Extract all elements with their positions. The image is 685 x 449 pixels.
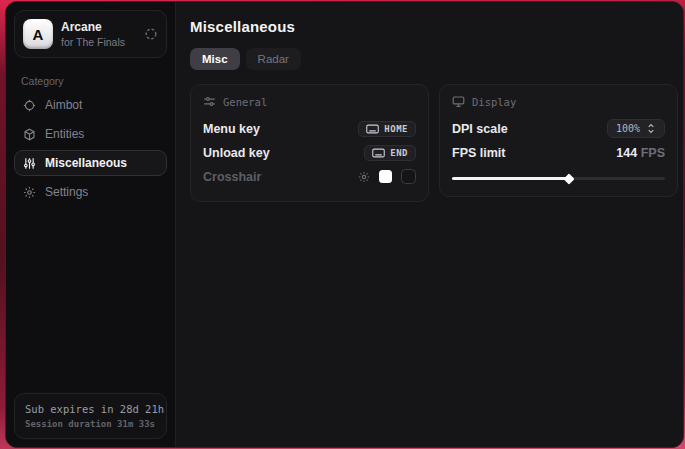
display-card: Display DPI scale 100% [439,84,678,197]
monitor-icon [452,95,465,108]
desktop-background: A Arcane for The Finals Category [0,0,685,449]
sidebar-spacer [6,205,175,385]
fps-limit-value: 144 FPS [616,146,665,160]
brand-text: Arcane for The Finals [61,20,125,48]
general-card-title: General [223,96,267,108]
dpi-scale-row: DPI scale 100% [452,117,665,140]
crosshair-color-swatch[interactable] [379,170,392,183]
unload-key-label: Unload key [203,146,270,160]
sidebar-item-settings[interactable]: Settings [14,179,167,205]
tab-misc[interactable]: Misc [190,48,240,70]
brand-card: A Arcane for The Finals [14,10,167,58]
gear-icon [23,186,36,199]
app-logo: A [23,19,53,49]
sidebar-item-aimbot[interactable]: Aimbot [14,92,167,118]
unload-key-bind-button[interactable]: END [364,145,416,161]
keyboard-icon [366,124,379,134]
dashed-circle-icon[interactable] [144,27,158,41]
sidebar-item-entities[interactable]: Entities [14,121,167,147]
chevron-up-down-icon [646,123,656,134]
fps-limit-label: FPS limit [452,146,505,160]
sidebar-item-label: Entities [45,127,84,141]
menu-key-value: HOME [384,124,408,134]
menu-key-bind-button[interactable]: HOME [358,121,416,137]
keyboard-icon [372,148,385,158]
display-card-header: Display [452,95,665,108]
sidebar-item-label: Aimbot [45,98,82,112]
tab-radar[interactable]: Radar [246,48,301,70]
main-content: Miscellaneous Misc Radar [176,2,684,447]
menu-key-row: Menu key HOME [203,117,416,140]
sidebar-item-label: Miscellaneous [45,156,127,170]
subscription-status-card: Sub expires in 28d 21h Session duration … [14,393,167,439]
crosshair-settings-gear-icon[interactable] [358,171,370,183]
crosshair-row: Crosshair [203,165,416,188]
app-window: A Arcane for The Finals Category [5,1,684,448]
category-label: Category [21,75,160,87]
unload-key-value: END [390,148,408,158]
page-title: Miscellaneous [190,18,678,35]
sliders-horizontal-icon [203,95,216,108]
crosshair-label: Crosshair [203,170,261,184]
sidebar-item-label: Settings [45,185,88,199]
sidebar-item-miscellaneous[interactable]: Miscellaneous [14,150,167,176]
crosshair-checkbox[interactable] [401,169,416,184]
general-card-header: General [203,95,416,108]
unload-key-row: Unload key END [203,141,416,164]
display-card-title: Display [472,96,516,108]
brand-subtitle: for The Finals [61,36,125,48]
crosshair-icon [23,99,36,112]
dpi-scale-select[interactable]: 100% [607,119,665,138]
sidebar: A Arcane for The Finals Category [6,2,176,447]
dpi-scale-value: 100% [616,123,640,134]
cube-icon [23,128,36,141]
dpi-scale-label: DPI scale [452,122,508,136]
general-card: General Menu key HOME [190,84,429,202]
sub-expiry-text: Sub expires in 28d 21h [25,403,156,415]
crosshair-controls [358,169,416,184]
brand-title: Arcane [61,20,125,34]
fps-limit-slider[interactable] [452,173,665,183]
fps-limit-row: FPS limit 144 FPS [452,141,665,164]
menu-key-label: Menu key [203,122,260,136]
slider-fill [452,177,569,180]
slider-thumb[interactable] [563,173,574,184]
sidebar-nav: Aimbot Entities [6,92,175,205]
sliders-icon [23,157,36,170]
card-row: General Menu key HOME [190,84,678,202]
session-duration-text: Session duration 31m 33s [25,419,156,429]
tab-bar: Misc Radar [190,48,678,70]
fps-unit: FPS [641,146,665,160]
